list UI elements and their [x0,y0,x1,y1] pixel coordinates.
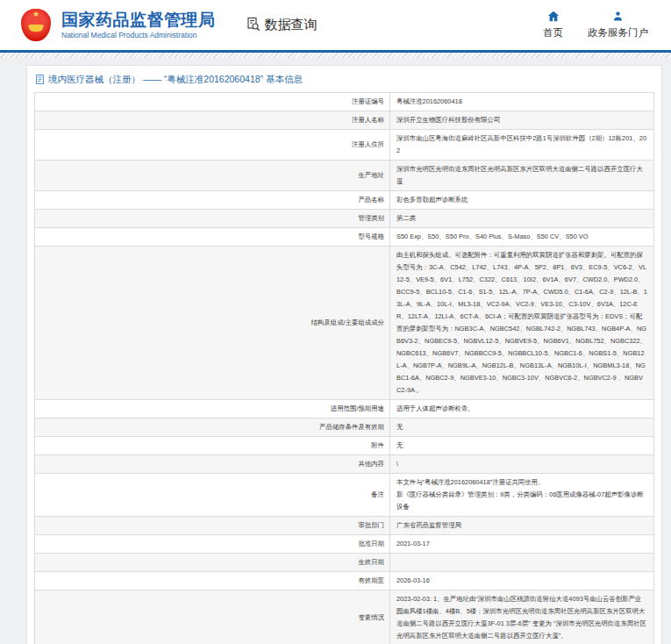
row-label: 结构及组成/主要组成成分 [35,247,390,400]
table-row: 有效期至2026-03-16 [35,572,654,590]
row-value: 2026-03-16 [390,572,654,590]
table-row: 管理类别第二类 [35,210,654,228]
info-table-body: 注册证编号粤械注准20162060418注册人名称深圳开立生物医疗科技股份有限公… [35,93,654,644]
row-value: 第二类 [390,210,654,228]
agency-name: 国家药品监督管理局 [61,11,216,29]
row-label: 管理类别 [35,210,390,228]
table-row: 生产地址深圳市光明区光明街道东周社区光明高新区东片区双明大道南侧二号路以西开立医… [35,161,654,191]
nav-portal-label: 政务服务门户 [588,26,648,39]
table-row: 注册人住所深圳市南山区粤海街道麻岭社区高新中区科技中2路1号深圳软件园（2期）1… [35,130,654,161]
row-value: 广东省药品监督管理局 [390,517,654,535]
agency-name-en: National Medical Products Administration [61,31,216,39]
row-value: 深圳市南山区粤海街道麻岭社区高新中区科技中2路1号深圳软件园（2期）12栋201… [390,130,654,161]
row-value: 深圳市光明区光明街道东周社区光明高新区东片区双明大道南侧二号路以西开立医疗大厦 [390,161,654,191]
row-label: 注册人名称 [35,111,390,130]
data-query-icon [246,17,261,34]
table-row: 批准日期2021-03-17 [35,535,654,554]
row-value-line: 本文件与“粤械注准20162060418”注册证共同使用。 [396,476,647,489]
table-row: 注册人名称深圳开立生物医疗科技股份有限公司 [35,111,654,130]
document-icon [36,75,44,86]
row-label: 备注 [35,474,390,517]
registration-info-table: 注册证编号粤械注准20162060418注册人名称深圳开立生物医疗科技股份有限公… [34,92,654,644]
row-label: 附件 [35,437,390,455]
row-label: 有效期至 [35,572,390,590]
table-row: 产品储存条件及有效期无 [35,419,654,437]
row-label: 产品名称 [35,191,390,210]
row-value: 彩色多普勒超声诊断系统 [390,191,654,210]
row-value: 无 [390,437,654,455]
table-row: 备注本文件与“粤械注准20162060418”注册证共同使用。新《医疗器械分类目… [35,474,654,517]
person-icon [612,11,624,24]
row-label: 型号规格 [35,228,390,247]
row-label: 其他内容 [35,455,390,474]
data-query-label: 数据查询 [265,17,318,33]
row-label: 批准日期 [35,535,390,554]
header-divider-hatch [0,53,671,58]
row-value: 2023-02-03: 1、生产地址由“深圳市南山区桃源街道留仙大道4093号南… [390,590,654,644]
table-row: 附件无 [35,437,654,455]
row-value: 深圳开立生物医疗科技股份有限公司 [390,111,654,130]
row-value: 无 [390,419,654,437]
table-row: 生效日期 [35,554,654,572]
header-nav: 首页 政务服务门户 [543,11,650,39]
agency-title-block: 国家药品监督管理局 National Medical Products Admi… [61,11,216,39]
row-label: 生效日期 [35,554,390,572]
data-query-section[interactable]: 数据查询 [246,17,318,34]
row-label: 注册人住所 [35,130,390,161]
nav-home-label: 首页 [543,26,563,39]
row-value: 适用于人体超声诊断检查。 [390,400,654,419]
table-row: 变更情况2023-02-03: 1、生产地址由“深圳市南山区桃源街道留仙大道40… [35,590,654,644]
row-value: 2021-03-17 [390,535,654,554]
site-header: 国家药品监督管理局 National Medical Products Admi… [0,0,671,50]
row-value-line: 新《医疗器械分类目录》管理类别：II类，分类编码：06医用成像器械-07超声影像… [396,489,647,513]
row-value: 粤械注准20162060418 [390,93,654,111]
row-label: 生产地址 [35,161,390,191]
row-label: 审批部门 [35,517,390,535]
national-emblem-icon [21,9,51,41]
table-row: 审批部门广东省药品监督管理局 [35,517,654,535]
row-value: 由主机和探头组成。可选配附件：可重复利用的双翼阴道扩张器和穿刺架。可配置的探头型… [390,247,654,400]
content-panel: 境内医疗器械（注册） —— “粤械注准20162060418” 基本信息 注册证… [26,65,662,644]
row-label: 注册证编号 [35,93,390,111]
nav-home[interactable]: 首页 [543,11,563,39]
row-value: 本文件与“粤械注准20162060418”注册证共同使用。新《医疗器械分类目录》… [390,474,654,517]
table-row: 其他内容\ [35,455,654,474]
row-value: \ [390,455,654,474]
row-label: 产品储存条件及有效期 [35,419,390,437]
row-value [390,554,654,572]
table-row: 型号规格S50 Exp、S50、S50 Pro、S40 Plus、S-Maso、… [35,228,654,247]
home-icon [547,11,560,24]
agency-logo: 国家药品监督管理局 National Medical Products Admi… [21,9,216,41]
table-row: 产品名称彩色多普勒超声诊断系统 [35,191,654,210]
table-row: 结构及组成/主要组成成分由主机和探头组成。可选配附件：可重复利用的双翼阴道扩张器… [35,247,654,400]
row-label: 适用范围/预期用途 [35,400,390,419]
table-row: 注册证编号粤械注准20162060418 [35,93,654,111]
row-value: S50 Exp、S50、S50 Pro、S40 Plus、S-Maso、S50 … [390,228,654,247]
row-label: 变更情况 [35,590,390,644]
nav-portal[interactable]: 政务服务门户 [588,11,648,39]
table-row: 适用范围/预期用途适用于人体超声诊断检查。 [35,400,654,419]
page-title-text: 境内医疗器械（注册） —— “粤械注准20162060418” 基本信息 [48,74,303,86]
page-title: 境内医疗器械（注册） —— “粤械注准20162060418” 基本信息 [34,70,654,92]
